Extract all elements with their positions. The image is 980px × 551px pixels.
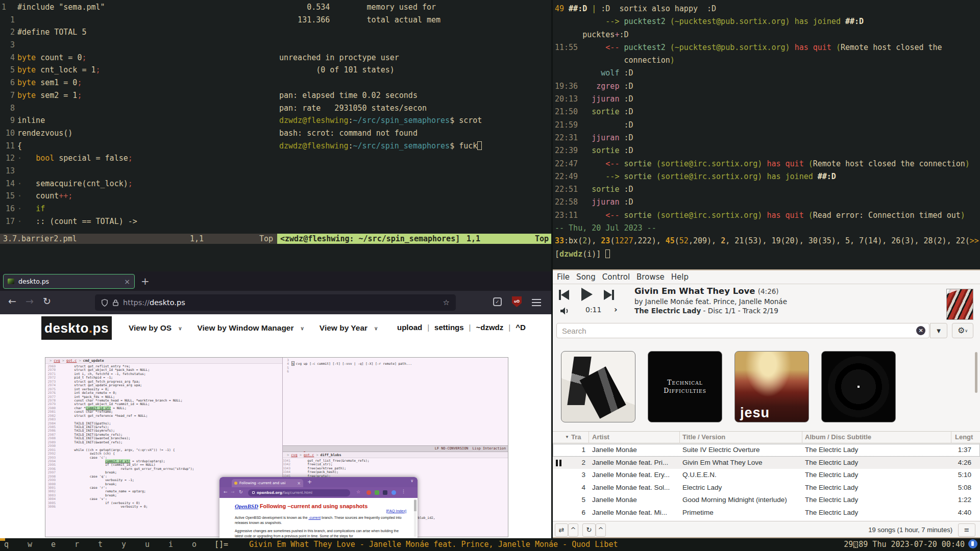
menu-item-song[interactable]: Song [576, 272, 596, 282]
nav-item[interactable]: View by Year∨ [320, 323, 378, 333]
back-icon[interactable]: ← [224, 489, 228, 494]
reload-icon[interactable]: ↻ [43, 295, 51, 307]
column-artist[interactable]: Artist [592, 432, 609, 443]
tab-close-icon[interactable]: × [297, 481, 301, 486]
line-number: 3 [283, 358, 292, 362]
cell-length: 4:40 [933, 507, 971, 519]
window-caret-icon[interactable]: ∨ [410, 479, 413, 483]
extension-badge-icon[interactable]: ✓ [493, 297, 502, 306]
nav-item[interactable]: View by OS∨ [129, 323, 182, 333]
album-cover[interactable]: jesu [734, 351, 809, 422]
workspace-button[interactable]: y [121, 540, 126, 549]
site-logo[interactable]: deskto.ps [41, 316, 112, 340]
url-bar[interactable]: https:// deskto.ps ☆ [95, 294, 456, 311]
settings-button[interactable]: ⚙∨ [952, 323, 973, 338]
nav-item[interactable]: View by Window Manager∨ [197, 323, 304, 333]
cell-length: 1:37 [933, 444, 971, 457]
play-button[interactable] [581, 288, 593, 301]
bookmark-star-icon[interactable]: ☆ [443, 298, 450, 307]
line-number: 2983 [45, 417, 59, 421]
menu-item-control[interactable]: Control [602, 272, 630, 282]
table-row[interactable]: 6Janelle Monáe feat. Mi...PrimetimeThe E… [553, 507, 980, 519]
extension-icon[interactable] [375, 490, 379, 495]
scrollbar[interactable] [975, 352, 977, 393]
code-line: 2979 struct got_object_id *commit_id = N… [45, 402, 282, 406]
column-track[interactable]: Tra [571, 432, 581, 443]
next-button[interactable] [604, 290, 614, 300]
bookmark-star-icon[interactable]: ☆ [356, 489, 360, 494]
page-link[interactable]: upload [397, 323, 422, 332]
queue-button[interactable]: ≡ [958, 523, 975, 537]
editor-line: 9inline [0, 114, 277, 127]
chrome-menu-icon[interactable]: ⋮ [401, 489, 406, 494]
tray-icon[interactable] [968, 539, 977, 548]
faq-index-link[interactable]: [FAQ Index] [386, 509, 406, 513]
reload-icon[interactable]: ↻ [239, 489, 243, 494]
firefox-window: deskto.ps × + ← → ↻ https:// deskto.ps ☆ [0, 271, 551, 538]
line-number: 2978 [45, 398, 59, 402]
profile-icon[interactable] [391, 490, 396, 495]
cell-track: 3 [563, 469, 585, 482]
crumb-item: cmd_update [83, 359, 104, 363]
forward-icon[interactable]: → [231, 489, 235, 494]
column-title[interactable]: Title / Version [682, 432, 725, 443]
ublock-icon[interactable]: uO [512, 296, 522, 307]
site-favicon-icon [8, 279, 14, 284]
column-album[interactable]: Album / Disc Subtitle [805, 432, 871, 443]
workspace-button[interactable]: t [98, 540, 103, 549]
workspace-button[interactable]: e [51, 540, 56, 549]
workspace-button[interactable]: u [145, 540, 150, 549]
new-tab-button[interactable]: + [141, 274, 150, 288]
table-row[interactable]: 3Janelle Monáe feat. Ery...Q.U.E.E.N.The… [553, 469, 980, 482]
workspace-button[interactable]: i [168, 540, 173, 549]
shuffle-expand-button[interactable]: ^ [568, 523, 578, 537]
workspace-button[interactable]: q [4, 540, 9, 549]
tab-close-icon[interactable]: × [124, 278, 130, 286]
menu-item-help[interactable]: Help [671, 272, 689, 282]
workspace-button[interactable]: o [192, 540, 197, 549]
page-link[interactable]: ^D [516, 323, 526, 332]
table-row[interactable]: 4Janelle Monáe feat. Sol...Electric Lady… [553, 482, 980, 494]
album-cover[interactable] [821, 351, 896, 422]
openbsd-link[interactable]: OpenBSD [235, 503, 258, 509]
extension-icon[interactable] [383, 490, 387, 495]
menu-item-browse[interactable]: Browse [636, 272, 665, 282]
album-cover[interactable]: Technical Difficulties [648, 351, 722, 422]
search-input[interactable] [556, 323, 929, 338]
table-row[interactable]: 2Janelle Monáe feat. Pri...Givin Em What… [553, 457, 980, 469]
column-length[interactable]: Lengt [955, 432, 973, 443]
scrollbar[interactable] [414, 499, 416, 537]
workspace-button[interactable]: r [75, 540, 79, 549]
new-tab-icon[interactable]: + [307, 479, 312, 485]
table-row[interactable]: 5Janelle MonáeGood Morning Midnight (int… [553, 494, 980, 507]
workspace-button[interactable]: w [28, 540, 32, 549]
cell-artist: Janelle Monáe feat. Pri... [592, 457, 681, 469]
menu-item-file[interactable]: File [557, 272, 570, 282]
search-dropdown-button[interactable]: ▼ [930, 323, 947, 338]
chrome-url-bar[interactable]: openbsd.org/faq/current.html [248, 489, 350, 496]
hamburger-menu-icon[interactable] [532, 299, 541, 300]
page-link[interactable]: settings [434, 323, 464, 332]
chrome-window: Following -current and usi × + ∨ ← → ↻ o… [219, 477, 418, 538]
lock-icon[interactable] [112, 299, 119, 307]
back-icon[interactable]: ← [8, 295, 16, 307]
repeat-button[interactable]: ↻ [582, 523, 596, 537]
sort-icon[interactable]: ▼ [565, 432, 569, 443]
repeat-expand-button[interactable]: ^ [596, 523, 606, 537]
table-row[interactable]: 1Janelle MonáeSuite IV Electric Overture… [553, 444, 980, 457]
chrome-tab[interactable]: Following -current and usi × [232, 479, 303, 487]
shuffle-button[interactable]: ⇄ [555, 523, 568, 537]
extension-icon[interactable] [366, 490, 371, 495]
clear-search-icon[interactable]: × [916, 326, 925, 335]
expand-chevron-icon[interactable]: › [614, 305, 618, 314]
page-link[interactable]: ~dzwdz [476, 323, 504, 332]
previous-button[interactable] [559, 290, 569, 300]
editor-line: 12· bool special = false; [0, 152, 277, 165]
shield-icon[interactable] [101, 299, 108, 307]
forward-icon[interactable]: → [26, 295, 34, 307]
album-cover[interactable] [561, 351, 635, 422]
volume-icon[interactable] [560, 307, 571, 315]
album-art[interactable] [946, 289, 973, 320]
browser-tab[interactable]: deskto.ps × [3, 274, 135, 289]
line-number: 9 [0, 114, 17, 127]
